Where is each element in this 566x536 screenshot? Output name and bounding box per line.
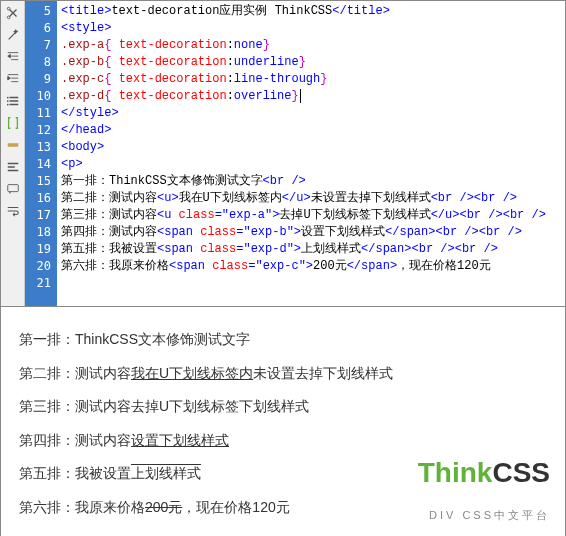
code-line: <title>text-decoration应用实例 ThinkCSS</tit… (61, 3, 565, 20)
preview-row: 第一排：ThinkCSS文本修饰测试文字 (19, 323, 547, 357)
exp-b-text: 设置下划线样式 (131, 432, 229, 448)
code-line: 第四排：测试内容<span class="exp-b">设置下划线样式</spa… (61, 224, 565, 241)
code-line: 第五排：我被设置<span class="exp-d">上划线样式</span>… (61, 241, 565, 258)
code-line: <body> (61, 139, 565, 156)
preview-pane: 第一排：ThinkCSS文本修饰测试文字 第二排：测试内容我在U下划线标签内未设… (1, 306, 565, 536)
app-window: 56789101112131415161718192021 <title>tex… (0, 0, 566, 536)
list-icon[interactable] (5, 93, 21, 109)
scissors-icon[interactable] (5, 5, 21, 21)
svg-point-0 (7, 7, 10, 10)
preview-row: 第二排：测试内容我在U下划线标签内未设置去掉下划线样式 (19, 357, 547, 391)
exp-c-text: 200元 (145, 499, 182, 515)
preview-row: 第六排：我原来价格200元，现在价格120元 (19, 491, 547, 525)
indent-icon[interactable] (5, 71, 21, 87)
exp-a-text: 去掉U下划线标签下划线样式 (131, 398, 309, 414)
wrap-icon[interactable] (5, 203, 21, 219)
code-line: <style> (61, 20, 565, 37)
preview-row: 第五排：我被设置上划线样式 (19, 457, 547, 491)
svg-point-2 (6, 97, 8, 99)
outdent-icon[interactable] (5, 49, 21, 65)
code-line: 第六排：我原来价格<span class="exp-c">200元</span>… (61, 258, 565, 275)
code-editor: 56789101112131415161718192021 <title>tex… (1, 1, 565, 306)
code-line: <p> (61, 156, 565, 173)
code-line: </head> (61, 122, 565, 139)
highlight-icon[interactable] (5, 137, 21, 153)
align-icon[interactable] (5, 159, 21, 175)
svg-point-1 (7, 16, 10, 19)
svg-rect-6 (7, 185, 18, 192)
code-line: .exp-a{ text-decoration:none} (61, 37, 565, 54)
preview-row: 第四排：测试内容设置下划线样式 (19, 424, 547, 458)
code-line: .exp-c{ text-decoration:line-through} (61, 71, 565, 88)
code-line: .exp-b{ text-decoration:underline} (61, 54, 565, 71)
code-line: 第三排：测试内容<u class="exp-a">去掉U下划线标签下划线样式</… (61, 207, 565, 224)
preview-row: 第三排：测试内容去掉U下划线标签下划线样式 (19, 390, 547, 424)
comment-icon[interactable] (5, 181, 21, 197)
code-line: 第二排：测试内容<u>我在U下划线标签内</u>未设置去掉下划线样式<br />… (61, 190, 565, 207)
code-line: </style> (61, 105, 565, 122)
line-gutter: 56789101112131415161718192021 (25, 1, 57, 306)
code-line: .exp-d{ text-decoration:overline} (61, 88, 565, 105)
code-line (61, 275, 565, 292)
code-area[interactable]: <title>text-decoration应用实例 ThinkCSS</tit… (57, 1, 565, 306)
brackets-icon[interactable] (5, 115, 21, 131)
svg-point-3 (6, 100, 8, 102)
exp-d-text: 上划线样式 (131, 465, 201, 481)
svg-rect-5 (7, 143, 18, 147)
svg-point-4 (6, 104, 8, 106)
code-line: 第一排：ThinkCSS文本修饰测试文字<br /> (61, 173, 565, 190)
text-cursor (300, 89, 301, 103)
wand-icon[interactable] (5, 27, 21, 43)
toolbar (1, 1, 25, 306)
underline-text: 我在U下划线标签内 (131, 365, 253, 381)
